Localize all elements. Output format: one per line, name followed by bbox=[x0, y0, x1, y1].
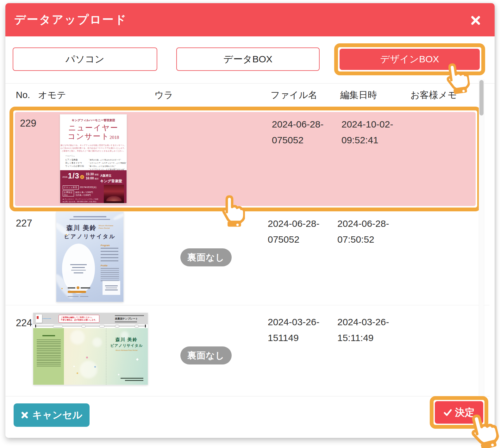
edited-cell: 2024-03-26- 15:11:49 bbox=[326, 305, 396, 396]
tab-databox[interactable]: データBOX bbox=[176, 47, 320, 71]
cancel-x-icon bbox=[21, 411, 28, 419]
tab-databox-label: データBOX bbox=[223, 53, 272, 66]
info-box bbox=[103, 281, 120, 295]
column-no: No. bbox=[13, 90, 35, 100]
flyer-title: ピアノリサイタル bbox=[110, 343, 143, 348]
scrollbar-thumb[interactable] bbox=[479, 80, 484, 115]
file-name-cell: 2024-03-26- 151149 bbox=[256, 305, 326, 396]
table-row[interactable]: 227 森川 美鈴 Misuzu MorikawaPiano Recital ピ… bbox=[5, 211, 490, 305]
page-title: データアップロード bbox=[14, 12, 127, 28]
weekday-circle: 水 bbox=[80, 175, 84, 179]
flyer-name: 森川 美鈴 bbox=[110, 337, 143, 343]
list-scrollbar[interactable] bbox=[479, 79, 484, 396]
edited-cell: 2024-06-28- 07:50:52 bbox=[326, 211, 396, 305]
column-file: ファイル名 bbox=[256, 89, 326, 102]
flyer-description: 新たな年の始まりを、キングフィルが伝統と音楽でお祝いするコンサート。 心に染みわ… bbox=[60, 144, 127, 152]
concert-hall-photo bbox=[104, 185, 124, 203]
template-warning: ご使用時は編集してご利用ください。 不要な場合は、必ず削除をお願いします。 bbox=[59, 315, 99, 323]
flyer-year: 2018 bbox=[109, 135, 119, 140]
modal-header: データアップロード bbox=[5, 3, 495, 36]
pointer-hand-icon bbox=[440, 61, 471, 97]
template-header-bar: ご使用時は編集してご利用ください。 不要な場合は、必ず削除をお願いします。 表裏… bbox=[33, 313, 148, 324]
upload-modal: データアップロード パソコン データBOX デザインBOX No. オモテ ウラ… bbox=[5, 3, 495, 438]
design-thumbnail-recital-blue: 森川 美鈴 Misuzu MorikawaPiano Recital ピアノリサ… bbox=[56, 212, 123, 302]
greeting-panel bbox=[33, 328, 64, 385]
table-header: No. オモテ ウラ ファイル名 編集日時 お客様メモ bbox=[5, 83, 495, 107]
date-lines bbox=[121, 376, 143, 381]
front-thumbnail-cell: 森川 美鈴 Misuzu MorikawaPiano Recital ピアノリサ… bbox=[35, 211, 152, 305]
row-number: 227 bbox=[13, 211, 35, 305]
edited-cell: 2024-10-02- 09:52:41 bbox=[330, 112, 400, 206]
flyer-org-text: キングフィルハーモニー管弦楽団 bbox=[60, 118, 127, 122]
front-thumbnail-cell: キングフィルハーモニー管弦楽団 ニューイヤー コンサート2018 新たな年の始ま… bbox=[39, 112, 156, 206]
column-back: ウラ bbox=[152, 89, 256, 102]
memo-cell bbox=[396, 305, 490, 396]
flyer-title-line2: コンサート2018 bbox=[60, 132, 127, 142]
tab-pc[interactable]: パソコン bbox=[13, 47, 157, 71]
flyer-name: 森川 美鈴 bbox=[66, 224, 97, 232]
memo-cell bbox=[400, 112, 476, 206]
close-button[interactable] bbox=[471, 15, 481, 25]
pointer-hand-icon bbox=[218, 195, 245, 228]
orange-dot bbox=[77, 286, 79, 289]
cancel-label: キャンセル bbox=[32, 408, 83, 422]
file-name-cell: 2024-06-28- 075052 bbox=[260, 112, 330, 206]
orange-pill bbox=[68, 291, 86, 293]
check-icon bbox=[444, 408, 452, 417]
no-back-badge: 裏面なし bbox=[180, 248, 232, 266]
memo-cell bbox=[396, 211, 490, 305]
design-thumbnail-pamphlet-green: ご使用時は編集してご利用ください。 不要な場合は、必ず削除をお願いします。 表裏… bbox=[33, 313, 148, 385]
no-back-badge: 裏面なし bbox=[180, 346, 232, 364]
booklet-icon bbox=[36, 314, 42, 323]
tab-designbox-label: デザインBOX bbox=[380, 53, 439, 66]
file-name-cell: 2024-06-28- 075052 bbox=[256, 211, 326, 305]
row-number: 229 bbox=[17, 112, 39, 206]
front-thumbnail-cell: ご使用時は編集してご利用ください。 不要な場合は、必ず削除をお願いします。 表裏… bbox=[35, 305, 152, 396]
flyer-program-label: プログラム bbox=[65, 155, 127, 158]
flyer-date-band: 2018. 1/3 水 15:30 開場 16:00 開演 大阪府立 キング音楽… bbox=[60, 170, 127, 203]
row-number: 224 bbox=[13, 305, 35, 396]
flyer-title-line1: ニューイヤー bbox=[60, 124, 127, 132]
back-cell bbox=[156, 112, 260, 206]
fold-marks bbox=[34, 324, 147, 328]
cancel-button[interactable]: キャンセル bbox=[14, 403, 90, 427]
table-row-selected[interactable]: 229 キングフィルハーモニー管弦楽団 ニューイヤー コンサート2018 新たな… bbox=[15, 112, 476, 206]
close-icon bbox=[471, 15, 481, 25]
cover-panel: 森川 美鈴 ピアノリサイタル Misuzu Morikawa Piano Rec… bbox=[64, 328, 148, 385]
column-edited: 編集日時 bbox=[326, 89, 396, 102]
tutorial-highlight-row: 229 キングフィルハーモニー管弦楽団 ニューイヤー コンサート2018 新たな… bbox=[9, 107, 481, 211]
back-cell: 裏面なし bbox=[152, 305, 256, 396]
table-row[interactable]: 224 ご使用時は編集してご利用ください。 不要な場合は、必ず削除をお願いします… bbox=[5, 305, 490, 396]
column-front: オモテ bbox=[35, 89, 152, 102]
tab-pc-label: パソコン bbox=[66, 53, 104, 66]
design-thumbnail-concert2018: キングフィルハーモニー管弦楽団 ニューイヤー コンサート2018 新たな年の始ま… bbox=[60, 115, 127, 203]
